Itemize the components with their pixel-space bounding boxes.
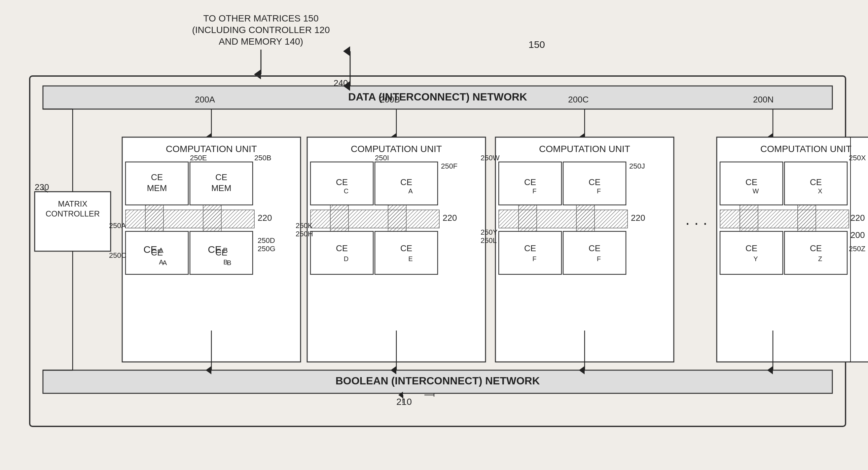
ce-e-label: CE <box>400 243 412 253</box>
ce-f1-label: CE <box>524 177 536 187</box>
ce-b-main: CE <box>208 244 222 255</box>
ref-210: 210 <box>396 396 412 407</box>
ce-mem-b-label1: CE <box>215 172 227 182</box>
ref-200c: 200C <box>568 94 589 105</box>
ref-150: 150 <box>528 39 545 50</box>
ce-a-subscript: A <box>159 246 163 255</box>
ref-250f: 250F <box>441 162 458 170</box>
ce-c-label: CE <box>336 177 348 187</box>
ref-220-c: 220 <box>631 213 645 223</box>
ref-250y: 250Y <box>480 228 498 236</box>
ce-c-sub: C <box>344 187 348 195</box>
ce-f3-sub: F <box>532 255 536 262</box>
ce-f3-label: CE <box>524 243 536 253</box>
ref-200: 200 <box>850 230 865 240</box>
ce-y-sub: Y <box>753 255 758 262</box>
ce-z-label: CE <box>810 243 822 253</box>
ref-250x: 250X <box>849 154 866 162</box>
ref-250z: 250Z <box>849 244 865 253</box>
ce-b-subscript: B <box>223 246 228 255</box>
ref-250j: 250J <box>629 162 645 170</box>
boolean-network-label: BOOLEAN (INTERCONNECT) NETWORK <box>336 375 540 387</box>
ce-f4-sub: F <box>597 255 601 262</box>
ce-f4-label: CE <box>589 243 600 253</box>
sub-a: A <box>162 259 167 266</box>
matrix-controller-label1: MATRIX <box>58 199 88 208</box>
ref-250k: 250K <box>296 222 313 230</box>
ce-f1-sub: F <box>532 187 536 195</box>
ce-d-sub: D <box>344 255 348 262</box>
ce-z-sub: Z <box>818 255 822 262</box>
ref-250h: 250H <box>296 230 313 238</box>
ref-250a: 250A <box>109 222 126 230</box>
cu-a-label: COMPUTATION UNIT <box>166 144 257 154</box>
ce-w-sub: W <box>753 187 759 195</box>
ref-250l: 250L <box>480 236 497 244</box>
ce-x-label: CE <box>810 177 822 187</box>
ref-220-n: 220 <box>850 213 865 223</box>
ref-250b: 250B <box>254 154 271 162</box>
cu-c-label: COMPUTATION UNIT <box>539 144 630 154</box>
sub-b: B <box>227 259 231 266</box>
ce-f2-label: CE <box>589 177 600 187</box>
ce-mem-e-label1: CE <box>151 172 163 182</box>
ce-mem-b-label2: MEM <box>211 183 231 193</box>
ref-200a: 200A <box>195 94 215 105</box>
architecture-diagram: TO OTHER MATRICES 150 (INCLUDING CONTROL… <box>0 0 868 470</box>
ce-a-main: CE <box>143 244 157 255</box>
dots-separator: . . . <box>685 210 708 228</box>
ref-230: 230 <box>35 182 49 192</box>
ref-220-b: 220 <box>442 213 457 223</box>
svg-rect-23 <box>125 210 254 228</box>
data-network-label: DATA (INTERCONNECT) NETWORK <box>348 91 527 103</box>
ref-250w: 250W <box>480 154 500 162</box>
cu-n-label: COMPUTATION UNIT <box>760 144 851 154</box>
ref-240: 240 <box>334 78 348 88</box>
ref-250e: 250E <box>190 154 207 162</box>
ce-a2-label: CE <box>400 177 412 187</box>
ref-200n: 200N <box>753 94 774 105</box>
svg-rect-35 <box>310 210 439 228</box>
ce-y-label: CE <box>745 243 757 253</box>
ce-w-label: CE <box>745 177 757 187</box>
ref-250g-a: 250G <box>258 244 275 253</box>
ce-mem-e-label2: MEM <box>147 183 167 193</box>
ref-250i: 250I <box>375 154 389 162</box>
ce-a2-sub: A <box>408 187 413 195</box>
top-label-line2: (INCLUDING CONTROLLER 120 <box>192 25 330 35</box>
top-label-line1: TO OTHER MATRICES 150 <box>203 13 318 24</box>
svg-rect-46 <box>499 210 627 228</box>
ref-250d: 250D <box>258 236 275 244</box>
matrix-controller-label2: CONTROLLER <box>45 209 100 218</box>
diagram-container: TO OTHER MATRICES 150 (INCLUDING CONTROL… <box>0 0 868 470</box>
svg-rect-57 <box>720 210 849 228</box>
ref-200b: 200B <box>380 94 400 105</box>
ref-250c: 250C <box>109 251 126 260</box>
ce-f2-sub: F <box>597 187 601 195</box>
ce-d-label: CE <box>336 243 348 253</box>
cu-b-label: COMPUTATION UNIT <box>351 144 442 154</box>
ce-x-sub: X <box>818 187 822 195</box>
ref-220-a: 220 <box>258 213 272 223</box>
ce-e-sub: E <box>408 255 412 262</box>
top-label-line3: AND MEMORY 140) <box>219 36 303 47</box>
